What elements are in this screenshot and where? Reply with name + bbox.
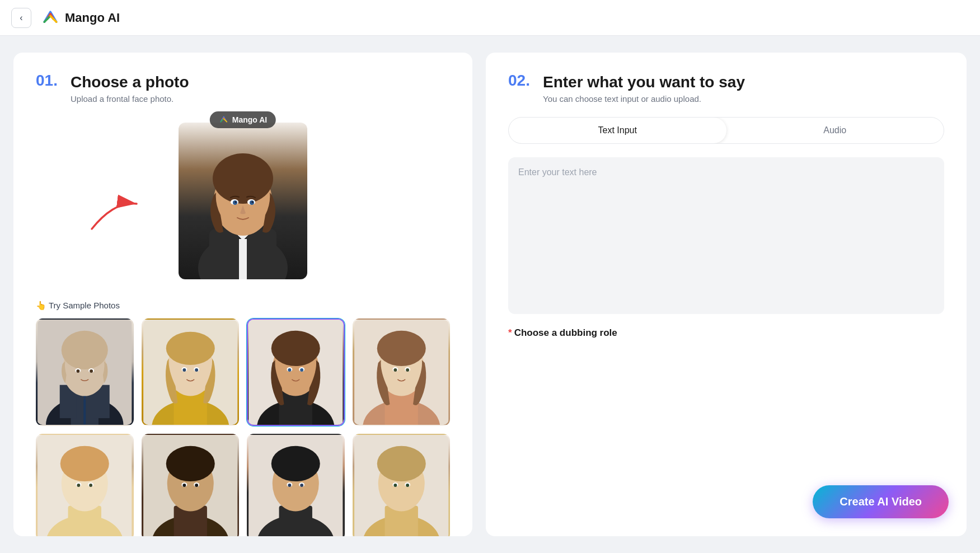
sample-photos-label: 👆 Try Sample Photos [36, 301, 450, 311]
svg-point-21 [62, 330, 108, 369]
svg-point-71 [166, 446, 214, 481]
step2-title-wrap: Enter what you want to say You can choos… [543, 73, 745, 104]
svg-point-61 [60, 446, 109, 481]
svg-point-35 [195, 368, 198, 372]
tab-audio[interactable]: Audio [726, 118, 944, 143]
sample-photo-7[interactable] [247, 434, 345, 536]
main-content: 01. Choose a photo Upload a frontal face… [0, 36, 980, 553]
sample-photo-1[interactable] [36, 318, 134, 426]
svg-point-94 [393, 484, 397, 487]
step1-subtitle: Upload a frontal face photo. [71, 94, 189, 104]
svg-point-12 [252, 201, 254, 203]
create-ai-video-button[interactable]: Create AI Video [813, 485, 949, 518]
step2-title: Enter what you want to say [543, 73, 745, 92]
svg-point-91 [377, 446, 425, 481]
step1-title: Choose a photo [71, 73, 189, 92]
svg-rect-3 [239, 239, 247, 279]
svg-point-65 [89, 484, 92, 487]
svg-point-44 [288, 368, 291, 372]
sample-photo-8[interactable] [353, 434, 451, 536]
photo-upload-area[interactable]: Mango AI [36, 117, 450, 285]
svg-point-81 [271, 446, 320, 481]
svg-point-55 [406, 368, 409, 372]
required-star: * [508, 327, 512, 338]
svg-point-31 [166, 331, 214, 364]
svg-point-45 [300, 368, 303, 372]
svg-point-25 [90, 369, 93, 373]
svg-point-11 [235, 201, 237, 203]
photo-badge: Mango AI [210, 111, 276, 128]
step2-number: 02. [508, 73, 536, 88]
text-input-field[interactable] [518, 167, 934, 302]
svg-point-64 [77, 484, 80, 487]
sample-photo-6[interactable] [142, 434, 240, 536]
svg-point-24 [76, 369, 79, 373]
sample-photo-5[interactable] [36, 434, 134, 536]
uploaded-photo [179, 123, 307, 279]
right-panel: 02. Enter what you want to say You can c… [486, 53, 967, 536]
back-icon: ‹ [20, 13, 22, 23]
badge-text: Mango AI [232, 115, 267, 124]
arrow-indicator [81, 190, 148, 237]
step1-title-wrap: Choose a photo Upload a frontal face pho… [71, 73, 189, 104]
dubbing-role-label: *Choose a dubbing role [508, 327, 944, 339]
input-type-tabs: Text Input Audio [508, 117, 944, 144]
logo-area: Mango AI [40, 8, 120, 28]
svg-point-95 [406, 484, 409, 487]
left-panel: 01. Choose a photo Upload a frontal face… [13, 53, 472, 536]
logo-text: Mango AI [65, 11, 120, 25]
photo-preview-container: Mango AI [179, 123, 307, 279]
svg-point-54 [393, 368, 397, 372]
sample-photo-3[interactable] [247, 318, 345, 426]
svg-point-41 [271, 330, 320, 365]
svg-point-84 [288, 484, 291, 487]
sample-photo-2[interactable] [142, 318, 240, 426]
back-button[interactable]: ‹ [11, 8, 31, 28]
sample-photo-4[interactable] [353, 318, 451, 426]
header: ‹ Mango AI [0, 0, 980, 36]
svg-point-51 [377, 330, 425, 365]
svg-point-75 [195, 484, 198, 487]
step1-header: 01. Choose a photo Upload a frontal face… [36, 73, 450, 104]
step2-subtitle: You can choose text input or audio uploa… [543, 94, 745, 104]
mango-ai-logo-icon [40, 8, 60, 28]
svg-point-34 [182, 368, 186, 372]
tab-text-input[interactable]: Text Input [509, 118, 726, 143]
step2-header: 02. Enter what you want to say You can c… [508, 73, 944, 104]
svg-point-6 [213, 153, 273, 204]
text-input-area [508, 157, 944, 314]
sample-photos-grid [36, 318, 450, 536]
svg-rect-16 [83, 399, 86, 424]
svg-point-74 [182, 484, 186, 487]
svg-point-85 [300, 484, 303, 487]
step1-number: 01. [36, 73, 64, 88]
